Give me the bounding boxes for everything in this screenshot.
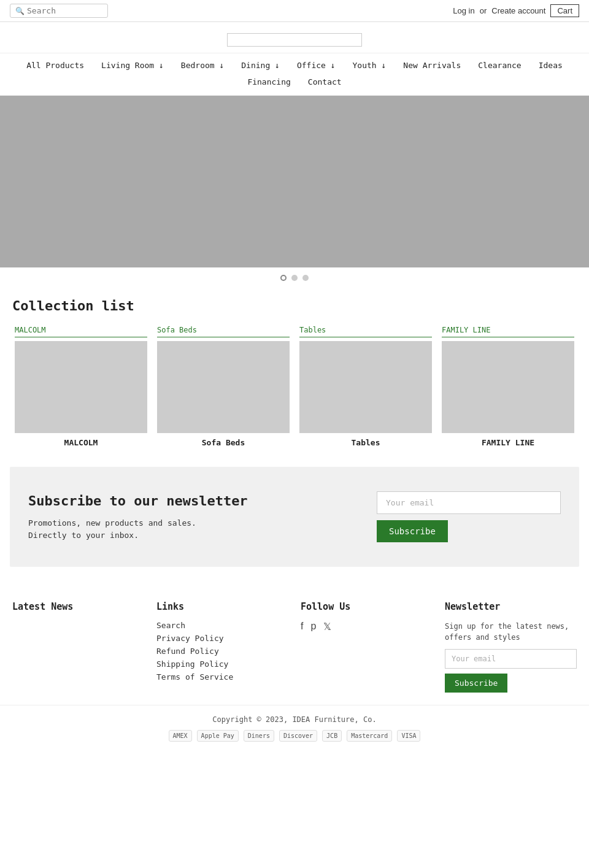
pinterest-icon[interactable]: p xyxy=(310,621,316,632)
facebook-icon[interactable]: f xyxy=(301,621,303,632)
footer-newsletter: Newsletter Sign up for the latest news, … xyxy=(445,601,577,693)
collection-name-family-line: FAMILY LINE xyxy=(442,438,574,447)
newsletter-description: Promotions, new products and sales. Dire… xyxy=(28,517,352,541)
nav-item-clearance[interactable]: Clearance xyxy=(469,57,529,74)
nav-item-living-room[interactable]: Living Room ↓ xyxy=(93,57,172,74)
footer-link-shipping[interactable]: Shipping Policy xyxy=(156,659,288,669)
carousel-dot-1[interactable] xyxy=(280,275,287,281)
collection-item-tables[interactable]: Tables Tables xyxy=(294,321,437,452)
social-icons: f p 𝕏 xyxy=(301,621,433,632)
payment-jcb: JCB xyxy=(322,730,342,742)
payment-discover: Discover xyxy=(279,730,317,742)
footer-follow-us-title: Follow Us xyxy=(301,601,433,612)
footer-newsletter-email-input[interactable] xyxy=(445,649,577,669)
collection-label-sofa-beds: Sofa Beds xyxy=(157,326,290,337)
logo[interactable] xyxy=(227,33,362,47)
nav-item-youth[interactable]: Youth ↓ xyxy=(344,57,395,74)
payment-diners: Diners xyxy=(244,730,274,742)
payment-mastercard: Mastercard xyxy=(347,730,392,742)
nav-item-office[interactable]: Office ↓ xyxy=(288,57,344,74)
top-bar-right: Log in or Create account Cart xyxy=(453,4,579,17)
nav-item-all-products[interactable]: All Products xyxy=(18,57,93,74)
collection-name-tables: Tables xyxy=(299,438,432,447)
collection-item-malcolm[interactable]: MALCOLM MALCOLM xyxy=(10,321,152,452)
newsletter-email-input[interactable] xyxy=(377,491,561,514)
carousel-dots xyxy=(0,267,589,288)
collection-item-family-line[interactable]: FAMILY LINE FAMILY LINE xyxy=(437,321,579,452)
carousel-dot-2[interactable] xyxy=(291,275,298,281)
search-input[interactable] xyxy=(27,6,107,15)
hero-banner xyxy=(0,96,589,267)
collection-name-malcolm: MALCOLM xyxy=(15,438,147,447)
nav-item-ideas[interactable]: Ideas xyxy=(530,57,571,74)
collection-image-family-line xyxy=(442,341,574,433)
cart-button[interactable]: Cart xyxy=(550,4,579,17)
footer-main: Latest News Links Search Privacy Policy … xyxy=(0,577,589,705)
newsletter-left: Subscribe to our newsletter Promotions, … xyxy=(28,493,377,542)
footer-latest-news-title: Latest News xyxy=(12,601,144,612)
nav-item-financing[interactable]: Financing xyxy=(239,74,299,90)
nav-item-bedroom[interactable]: Bedroom ↓ xyxy=(172,57,233,74)
collection-image-sofa-beds xyxy=(157,341,290,433)
nav-item-contact[interactable]: Contact xyxy=(299,74,350,90)
copyright-text: Copyright © 2023, IDEA Furniture, Co. xyxy=(12,715,577,724)
create-account-link[interactable]: Create account xyxy=(491,6,545,15)
payment-visa: VISA xyxy=(397,730,420,742)
collection-image-tables xyxy=(299,341,432,433)
footer-newsletter-desc: Sign up for the latest news, offers and … xyxy=(445,621,577,643)
collection-label-family-line: FAMILY LINE xyxy=(442,326,574,337)
collection-label-tables: Tables xyxy=(299,326,432,337)
twitter-icon[interactable]: 𝕏 xyxy=(323,621,331,632)
nav-item-dining[interactable]: Dining ↓ xyxy=(233,57,288,74)
newsletter-section: Subscribe to our newsletter Promotions, … xyxy=(10,467,579,567)
footer-newsletter-title: Newsletter xyxy=(445,601,577,612)
logo-area xyxy=(0,22,589,53)
search-icon: 🔍 xyxy=(15,7,25,15)
footer-subscribe-button[interactable]: Subscribe xyxy=(445,674,507,693)
footer-link-search[interactable]: Search xyxy=(156,621,288,630)
collection-item-sofa-beds[interactable]: Sofa Beds Sofa Beds xyxy=(152,321,294,452)
collection-grid: MALCOLM MALCOLM Sofa Beds Sofa Beds Tabl… xyxy=(0,321,589,452)
newsletter-right: Subscribe xyxy=(377,491,561,542)
nav-row-2: Financing Contact xyxy=(0,74,589,94)
carousel-dot-3[interactable] xyxy=(302,275,309,281)
payment-apple-pay: Apple Pay xyxy=(197,730,239,742)
footer-links: Links Search Privacy Policy Refund Polic… xyxy=(156,601,288,693)
search-bar[interactable]: 🔍 xyxy=(10,4,108,18)
footer-follow-us: Follow Us f p 𝕏 xyxy=(301,601,433,693)
collection-label-malcolm: MALCOLM xyxy=(15,326,147,337)
nav-item-new-arrivals[interactable]: New Arrivals xyxy=(395,57,469,74)
top-bar: 🔍 Log in or Create account Cart xyxy=(0,0,589,22)
collection-section-title: Collection list xyxy=(0,288,589,321)
footer-links-title: Links xyxy=(156,601,288,612)
main-nav: All Products Living Room ↓ Bedroom ↓ Din… xyxy=(0,53,589,96)
payment-icons: AMEX Apple Pay Diners Discover JCB Maste… xyxy=(12,730,577,742)
collection-image-malcolm xyxy=(15,341,147,433)
collection-name-sofa-beds: Sofa Beds xyxy=(157,438,290,447)
newsletter-title: Subscribe to our newsletter xyxy=(28,493,352,510)
newsletter-subscribe-button[interactable]: Subscribe xyxy=(377,520,448,542)
or-text: or xyxy=(480,6,487,15)
footer-bottom: Copyright © 2023, IDEA Furniture, Co. AM… xyxy=(0,705,589,751)
footer-link-privacy[interactable]: Privacy Policy xyxy=(156,634,288,643)
footer-link-refund[interactable]: Refund Policy xyxy=(156,647,288,656)
footer-latest-news: Latest News xyxy=(12,601,144,693)
footer-link-terms[interactable]: Terms of Service xyxy=(156,672,288,682)
payment-amex: AMEX xyxy=(169,730,192,742)
login-link[interactable]: Log in xyxy=(453,6,474,15)
